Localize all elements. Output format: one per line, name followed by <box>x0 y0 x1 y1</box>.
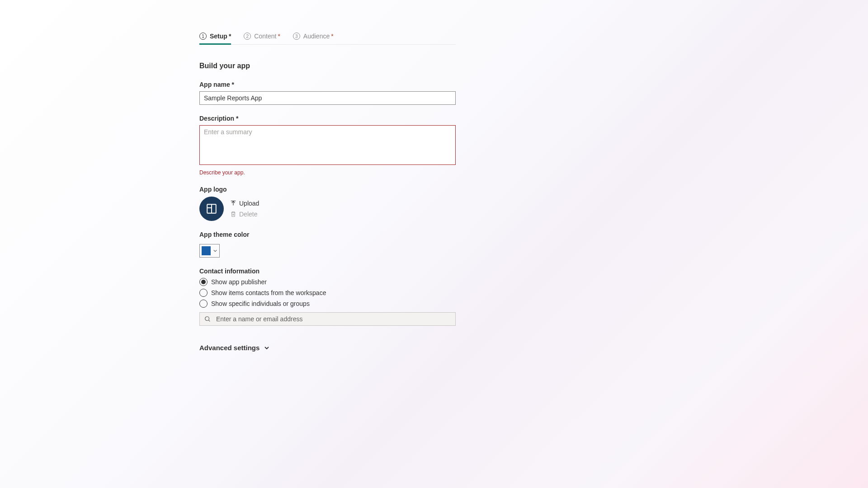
app-logo-label: App logo <box>199 186 456 193</box>
theme-color-label: App theme color <box>199 231 456 238</box>
tab-content[interactable]: 2 Content* <box>244 33 280 44</box>
trash-icon <box>230 211 236 217</box>
color-swatch <box>202 246 211 255</box>
step-number-icon: 1 <box>199 33 207 40</box>
upload-button[interactable]: Upload <box>230 200 259 207</box>
app-name-label: App name * <box>199 81 456 88</box>
contact-search-wrapper <box>199 312 456 326</box>
tab-label: Audience <box>303 33 330 40</box>
required-asterisk: * <box>331 33 333 40</box>
contact-label: Contact information <box>199 267 456 275</box>
required-asterisk: * <box>278 33 280 40</box>
contact-search-input[interactable] <box>216 315 451 323</box>
wizard-tabs: 1 Setup* 2 Content* 3 Audience* <box>199 33 456 45</box>
upload-icon <box>230 200 236 206</box>
radio-show-publisher[interactable]: Show app publisher <box>199 278 456 286</box>
required-asterisk: * <box>229 33 231 40</box>
tab-audience[interactable]: 3 Audience* <box>293 33 334 44</box>
radio-label: Show items contacts from the workspace <box>211 289 326 296</box>
chevron-down-icon <box>264 345 269 351</box>
step-number-icon: 3 <box>293 33 300 40</box>
description-input[interactable] <box>199 125 456 165</box>
upload-label: Upload <box>239 200 259 207</box>
radio-icon <box>199 278 208 286</box>
section-title: Build your app <box>199 62 456 70</box>
tab-label: Content <box>254 33 276 40</box>
app-logo-preview <box>199 197 224 221</box>
radio-label: Show specific individuals or groups <box>211 300 310 307</box>
radio-show-workspace-contacts[interactable]: Show items contacts from the workspace <box>199 289 456 297</box>
advanced-settings-toggle[interactable]: Advanced settings <box>199 344 456 352</box>
tab-label: Setup <box>210 33 227 40</box>
theme-color-picker[interactable] <box>199 244 220 258</box>
description-error: Describe your app. <box>199 169 456 176</box>
radio-label: Show app publisher <box>211 278 267 286</box>
chevron-down-icon <box>213 249 217 253</box>
tab-setup[interactable]: 1 Setup* <box>199 33 231 44</box>
description-label: Description * <box>199 115 456 122</box>
delete-button[interactable]: Delete <box>230 211 259 218</box>
radio-icon <box>199 289 208 297</box>
radio-icon <box>199 300 208 308</box>
svg-line-8 <box>209 320 210 322</box>
app-logo-icon <box>206 203 217 215</box>
step-number-icon: 2 <box>244 33 251 40</box>
search-icon <box>204 316 211 322</box>
app-name-input[interactable] <box>199 91 456 105</box>
svg-point-7 <box>205 317 209 321</box>
radio-show-specific[interactable]: Show specific individuals or groups <box>199 300 456 308</box>
advanced-label: Advanced settings <box>199 344 259 352</box>
delete-label: Delete <box>239 211 257 218</box>
